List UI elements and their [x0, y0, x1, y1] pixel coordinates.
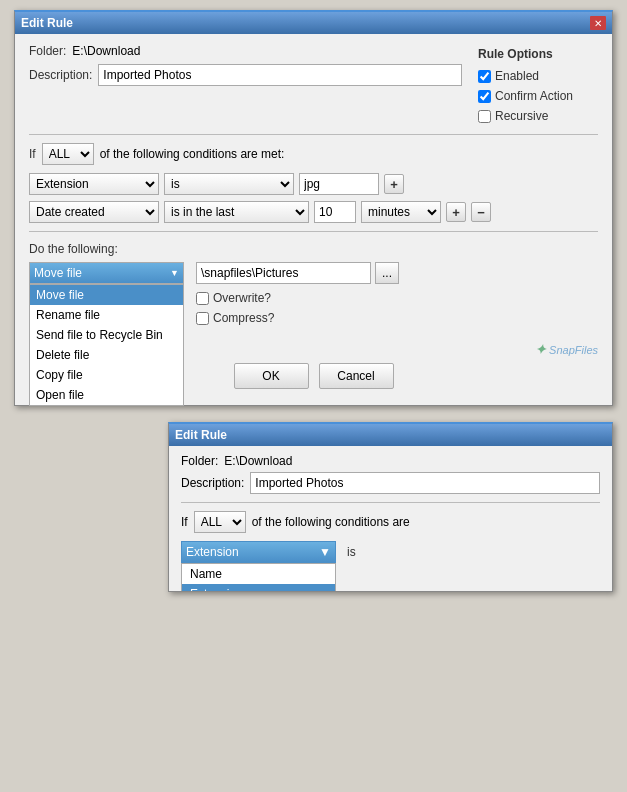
- dialog2-match-select[interactable]: ALL ANY: [194, 511, 246, 533]
- action-selected-label: Move file: [34, 266, 82, 280]
- dialog-title-1: Edit Rule: [21, 16, 73, 30]
- right-checkboxes: Overwrite? Compress?: [196, 288, 399, 328]
- dialog2-folder-path: E:\Download: [224, 454, 292, 468]
- compress-row: Compress?: [196, 308, 399, 328]
- description-input[interactable]: [98, 64, 462, 86]
- ext-option-name[interactable]: Name: [182, 564, 335, 584]
- cond1-value-input[interactable]: [299, 173, 379, 195]
- folder-line: Folder: E:\Download: [29, 44, 462, 58]
- dialog2-if-label: If: [181, 515, 188, 529]
- action-option-recycle[interactable]: Send file to Recycle Bin: [30, 325, 183, 345]
- ok-button[interactable]: OK: [234, 363, 309, 389]
- divider-2: [29, 231, 598, 232]
- recursive-row: Recursive: [478, 106, 598, 126]
- overwrite-label: Overwrite?: [213, 288, 271, 308]
- action-option-open[interactable]: Open file: [30, 385, 183, 405]
- match-select[interactable]: ALL ANY: [42, 143, 94, 165]
- dialog-titlebar-1: Edit Rule ✕: [15, 12, 612, 34]
- rule-options-panel: Rule Options Enabled Confirm Action Recu…: [478, 44, 598, 126]
- ext-dropdown-wrap: Extension ▼ Name Extension Size Date las…: [181, 541, 336, 563]
- action-option-move[interactable]: Move file: [30, 285, 183, 305]
- action-option-delete[interactable]: Delete file: [30, 345, 183, 365]
- action-dropdown-wrap: Move file ▼ Move file Rename file Send f…: [29, 262, 184, 284]
- dialog2-if-row: If ALL ANY of the following conditions a…: [181, 511, 600, 533]
- dialog2-is-label: is: [347, 545, 356, 559]
- ext-dropdown-label: Extension: [186, 545, 239, 559]
- dialog2-desc-row: Description:: [181, 472, 600, 494]
- browse-button[interactable]: ...: [375, 262, 399, 284]
- rule-options-title: Rule Options: [478, 44, 598, 64]
- confirm-row: Confirm Action: [478, 86, 598, 106]
- do-section: Do the following: Move file ▼ Move file …: [29, 242, 598, 328]
- confirm-label: Confirm Action: [495, 86, 573, 106]
- enabled-row: Enabled: [478, 66, 598, 86]
- cond2-remove-button[interactable]: −: [471, 202, 491, 222]
- cond2-field-select[interactable]: Extension Name Size Date last modified D…: [29, 201, 159, 223]
- dialog2-desc-label: Description:: [181, 476, 244, 490]
- dialog-close-button-1[interactable]: ✕: [590, 16, 606, 30]
- edit-rule-dialog-2: Edit Rule Folder: E:\Download Descriptio…: [168, 422, 613, 592]
- enabled-label: Enabled: [495, 66, 539, 86]
- ext-dropdown-button[interactable]: Extension ▼: [181, 541, 336, 563]
- overwrite-checkbox[interactable]: [196, 292, 209, 305]
- recursive-label: Recursive: [495, 106, 548, 126]
- ext-option-extension[interactable]: Extension: [182, 584, 335, 592]
- action-row: Move file ▼ Move file Rename file Send f…: [29, 262, 598, 328]
- dialog2-title: Edit Rule: [175, 428, 227, 442]
- dialog2-titlebar: Edit Rule: [169, 424, 612, 446]
- cancel-button[interactable]: Cancel: [319, 363, 394, 389]
- ext-dropdown-arrow: ▼: [319, 545, 331, 559]
- dialog2-of-conditions-label: of the following conditions are: [252, 515, 410, 529]
- cond1-op-select[interactable]: is is not contains: [164, 173, 294, 195]
- compress-checkbox[interactable]: [196, 312, 209, 325]
- enabled-checkbox[interactable]: [478, 70, 491, 83]
- cond2-op-select[interactable]: is is in the last is not in the last bef…: [164, 201, 309, 223]
- action-option-rename[interactable]: Rename file: [30, 305, 183, 325]
- divider-1: [29, 134, 598, 135]
- description-label: Description:: [29, 68, 92, 82]
- do-label: Do the following:: [29, 242, 598, 256]
- folder-label: Folder:: [29, 44, 66, 58]
- cond1-add-button[interactable]: +: [384, 174, 404, 194]
- action-dropdown-menu: Move file Rename file Send file to Recyc…: [29, 284, 184, 406]
- condition-row-2: Extension Name Size Date last modified D…: [29, 201, 598, 223]
- folder-path: E:\Download: [72, 44, 140, 58]
- path-input[interactable]: [196, 262, 371, 284]
- if-label: If: [29, 147, 36, 161]
- cond2-add-button[interactable]: +: [446, 202, 466, 222]
- cond2-value-input[interactable]: [314, 201, 356, 223]
- description-row: Description:: [29, 64, 462, 86]
- dialog2-divider: [181, 502, 600, 503]
- dialog2-condition-row: Extension ▼ Name Extension Size Date las…: [181, 541, 600, 563]
- dialog2-folder-label: Folder:: [181, 454, 218, 468]
- dialog2-folder-line: Folder: E:\Download: [181, 454, 600, 468]
- compress-label: Compress?: [213, 308, 274, 328]
- ext-dropdown-menu: Name Extension Size Date last modified D…: [181, 563, 336, 592]
- edit-rule-dialog-1: Edit Rule ✕ Folder: E:\Download Descript…: [14, 10, 613, 406]
- cond2-unit-select[interactable]: minutes hours days weeks: [361, 201, 441, 223]
- dialog-body-1: Folder: E:\Download Description: Rule Op…: [15, 34, 612, 405]
- action-dropdown-arrow: ▼: [170, 268, 179, 278]
- of-conditions-label: of the following conditions are met:: [100, 147, 285, 161]
- dialog2-body: Folder: E:\Download Description: If ALL …: [169, 446, 612, 591]
- overwrite-row: Overwrite?: [196, 288, 399, 308]
- confirm-checkbox[interactable]: [478, 90, 491, 103]
- dialog2-desc-input[interactable]: [250, 472, 600, 494]
- action-dropdown-button[interactable]: Move file ▼: [29, 262, 184, 284]
- condition-row-1: Extension Name Size Date last modified D…: [29, 173, 598, 195]
- if-row: If ALL ANY of the following conditions a…: [29, 143, 598, 165]
- recursive-checkbox[interactable]: [478, 110, 491, 123]
- action-option-copy[interactable]: Copy file: [30, 365, 183, 385]
- cond1-field-select[interactable]: Extension Name Size Date last modified D…: [29, 173, 159, 195]
